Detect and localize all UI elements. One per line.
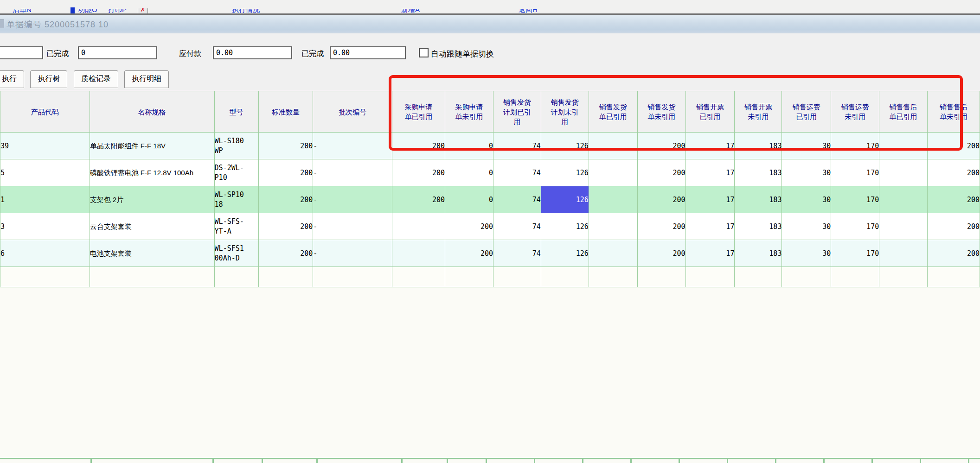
grid-cell[interactable]: 200 (637, 186, 685, 213)
grid-cell[interactable]: 200 (445, 213, 493, 240)
grid-cell[interactable]: 170 (831, 240, 879, 267)
col-header[interactable]: 型号 (214, 91, 258, 133)
grid-cell[interactable] (258, 267, 313, 287)
completed1-input[interactable] (78, 46, 157, 59)
grid-cell[interactable] (541, 267, 589, 287)
tab-qc-records[interactable]: 质检记录 (74, 70, 118, 88)
grid-cell[interactable] (589, 213, 637, 240)
grid-cell[interactable]: 170 (831, 159, 879, 186)
grid-cell[interactable] (685, 267, 735, 287)
grid-cell[interactable]: 200 (928, 240, 980, 267)
grid-cell[interactable] (589, 240, 637, 267)
col-header[interactable]: 销售售后单未引用 (928, 91, 980, 133)
grid-cell[interactable]: 0 (445, 186, 493, 213)
grid-cell[interactable]: - (313, 159, 392, 186)
grid-cell[interactable]: 126 (541, 186, 589, 213)
grid-cell[interactable] (214, 267, 258, 287)
left-cut-input[interactable] (0, 46, 43, 59)
grid-cell[interactable]: - (313, 240, 392, 267)
grid-cell[interactable]: 支架包 2片 (90, 186, 214, 213)
grid-cell[interactable]: WL-SP1018 (214, 186, 258, 213)
grid-cell[interactable]: 200 (928, 133, 980, 159)
tab-execute-tree[interactable]: 执行树 (30, 70, 67, 88)
grid-cell[interactable]: 30 (782, 240, 831, 267)
col-header[interactable]: 销售发货单未引用 (637, 91, 685, 133)
grid-cell[interactable] (589, 267, 637, 287)
grid-cell[interactable]: 126 (541, 240, 589, 267)
col-header[interactable]: 销售开票已引用 (685, 91, 735, 133)
tab-execute[interactable]: 执行 (0, 70, 24, 88)
grid-cell[interactable]: 200 (258, 213, 313, 240)
grid-cell[interactable]: 磷酸铁锂蓄电池 F-F 12.8V 100Ah (90, 159, 214, 186)
grid-cell[interactable]: 0 (445, 159, 493, 186)
grid-cell[interactable] (589, 133, 637, 159)
grid-cell[interactable]: DS-2WL-P10 (214, 159, 258, 186)
auto-follow-checkbox[interactable] (419, 48, 429, 57)
grid-cell[interactable] (879, 240, 928, 267)
col-header[interactable]: 销售发货计划已引用 (493, 91, 541, 133)
menu-item-exec-status[interactable]: 执行情况 (232, 6, 260, 14)
col-header[interactable]: 采购申请单未引用 (445, 91, 493, 133)
grid-cell[interactable]: 183 (735, 159, 782, 186)
grid-cell[interactable]: 126 (541, 213, 589, 240)
grid-cell[interactable]: 74 (493, 240, 541, 267)
grid-cell[interactable] (879, 186, 928, 213)
col-header[interactable]: 销售发货单已引用 (589, 91, 637, 133)
col-header[interactable]: 标准数量 (258, 91, 313, 133)
grid-cell[interactable] (589, 159, 637, 186)
col-header[interactable]: 销售开票未引用 (735, 91, 782, 133)
grid-cell[interactable] (735, 267, 782, 287)
grid-cell[interactable]: 200 (928, 159, 980, 186)
grid-cell[interactable]: 单晶太阳能组件 F-F 18V (90, 133, 214, 159)
col-header[interactable]: 名称规格 (90, 91, 214, 133)
grid-cell[interactable]: 200 (637, 213, 685, 240)
grid-cell[interactable]: WL-S180WP (214, 133, 258, 159)
grid-cell[interactable]: - (313, 213, 392, 240)
grid-cell[interactable]: 3 (0, 213, 90, 240)
grid-cell[interactable]: 1 (0, 186, 90, 213)
grid-cell[interactable] (493, 267, 541, 287)
grid-cell[interactable]: 74 (493, 133, 541, 159)
grid-cell[interactable] (879, 213, 928, 240)
grid-cell[interactable]: 5 (0, 159, 90, 186)
menu-item-print[interactable]: 打印P (108, 6, 127, 14)
grid-cell[interactable] (879, 159, 928, 186)
grid-cell[interactable] (90, 267, 214, 287)
grid-cell[interactable]: 200 (928, 213, 980, 240)
completed2-input[interactable] (330, 46, 406, 59)
grid-cell[interactable]: 17 (685, 240, 735, 267)
grid-cell[interactable]: 200 (258, 240, 313, 267)
menu-item-add[interactable]: 新增A (401, 6, 420, 14)
grid-cell[interactable] (782, 267, 831, 287)
grid-cell[interactable]: 17 (685, 213, 735, 240)
grid-cell[interactable]: - (313, 133, 392, 159)
grid-cell[interactable] (445, 267, 493, 287)
grid-cell[interactable]: 183 (735, 186, 782, 213)
grid-cell[interactable]: WL-SFS-YT-A (214, 213, 258, 240)
grid-cell[interactable]: 30 (782, 133, 831, 159)
payable-input[interactable] (213, 46, 292, 59)
grid-cell[interactable]: 126 (541, 159, 589, 186)
col-header[interactable]: 采购申请单已引用 (392, 91, 445, 133)
grid-cell[interactable]: 126 (541, 133, 589, 159)
col-header[interactable]: 销售运费已引用 (782, 91, 831, 133)
grid-cell[interactable]: 200 (392, 133, 445, 159)
grid-cell[interactable]: 183 (735, 133, 782, 159)
grid-cell[interactable] (392, 240, 445, 267)
grid-cell[interactable]: 200 (445, 240, 493, 267)
grid-cell[interactable]: 39 (0, 133, 90, 159)
grid-cell[interactable]: 183 (735, 240, 782, 267)
grid-cell[interactable]: 74 (493, 213, 541, 240)
grid-cell[interactable] (589, 186, 637, 213)
grid-cell[interactable]: 200 (258, 159, 313, 186)
col-header[interactable]: 产品代码 (0, 91, 90, 133)
print-cancel-icon[interactable]: ✗ (138, 6, 148, 14)
grid-cell[interactable]: 200 (392, 186, 445, 213)
grid-cell[interactable]: 30 (782, 186, 831, 213)
grid-cell[interactable] (392, 213, 445, 240)
grid-cell[interactable] (637, 267, 685, 287)
grid-cell[interactable]: 17 (685, 186, 735, 213)
menu-item-functions[interactable]: 功能O (78, 6, 97, 14)
col-header[interactable]: 批次编号 (313, 91, 392, 133)
grid-cell[interactable]: 30 (782, 213, 831, 240)
